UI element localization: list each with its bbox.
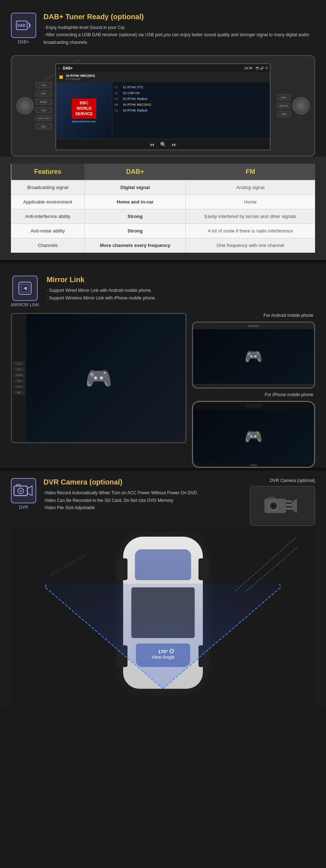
- fm-1: Home: [186, 195, 315, 209]
- dvr-camera-icon: [11, 478, 36, 503]
- android-bottom: [193, 384, 314, 387]
- fm-3: A lot of nosie if there is radio interfe…: [186, 224, 315, 238]
- ch-01: 0131 RTHK PTC: [114, 84, 268, 90]
- mirror-visual-area: 🎮 VOL SRC BAND EQ GPS MIC For Android mo…: [11, 313, 315, 468]
- table-row: Anti-interfernce ability Strong Easily i…: [11, 209, 315, 224]
- iphone-notch: [244, 404, 263, 408]
- mirror-feature-text: Mirror Link · Support Wired Mirror Link …: [47, 276, 315, 302]
- feature-2: Anti-interfernce ability: [11, 209, 85, 224]
- mirror-car-screen-wrap: 🎮 VOL SRC BAND EQ GPS MIC: [11, 313, 187, 468]
- setup-btn[interactable]: SETUP: [277, 103, 291, 109]
- band-btn[interactable]: BAND: [35, 99, 52, 105]
- front-windshield: [135, 549, 191, 580]
- car-unit-area: www.witson.com www.witson.com VOL SRC BA…: [11, 51, 315, 156]
- screen-main-content: BBC WORLD SERVICE bbcworldservice.com 01…: [56, 82, 270, 139]
- prev-btn-icon[interactable]: ⏮: [150, 142, 155, 147]
- station-name: 34 RTHK BBC(WS): [66, 74, 95, 77]
- band-overlay[interactable]: BAND: [13, 373, 25, 377]
- iphone-game-icon: 🎮: [244, 428, 263, 445]
- dab-feature-text: DAB+ Tuner Ready (optional) · Enjoy Audi…: [43, 13, 315, 46]
- dim-btn[interactable]: DIM: [277, 111, 291, 117]
- wheel-fr: [198, 558, 209, 580]
- iphone-screen: 🎮: [193, 410, 314, 463]
- dab-bullet1: · Enjoy Audiophile-level Sound in your C…: [43, 24, 315, 31]
- src-btn[interactable]: SRC: [35, 91, 52, 97]
- eq-overlay[interactable]: EQ: [13, 379, 25, 383]
- dvr-bullet3: ·Video File Size Adjustable: [43, 504, 198, 511]
- car-unit-screen: ⌂ DAB+ 14:35 📷 🔊 ⚙ 📶 34 RTHK BBC(WS) PTY…: [55, 63, 271, 150]
- th-features: Features: [11, 164, 85, 180]
- svg-rect-13: [286, 504, 292, 506]
- dvr-icon-wrap: DVR: [11, 478, 36, 510]
- comparison-table: Features DAB+ FM Broadcasting signal Dig…: [11, 164, 315, 253]
- table-row: Applicable environment Home and in-car H…: [11, 195, 315, 209]
- dab-1: Home and in-car: [84, 195, 186, 209]
- view-angle-degrees: 170°: [151, 649, 175, 654]
- feature-4: Channels: [11, 238, 85, 253]
- bbc-area: BBC WORLD SERVICE bbcworldservice.com: [56, 82, 112, 139]
- src-overlay[interactable]: SRC: [13, 367, 25, 372]
- gps-btn[interactable]: GPS CARD: [35, 116, 52, 121]
- search-icon[interactable]: 🔍: [160, 142, 166, 147]
- dvr-camera-optional-label: DVR Camera (optional): [270, 478, 315, 483]
- dark-scene: 🎮: [12, 314, 185, 442]
- android-screen: 🎮: [193, 329, 314, 384]
- iphone-notch-area: [193, 402, 314, 410]
- car-top-view: www.witson.com www.witson.com: [11, 526, 315, 707]
- feature-3: Anti-noise ability: [11, 224, 85, 238]
- mirror-title: Mirror Link: [47, 276, 315, 284]
- fm-2: Easily interfered by terrain and other s…: [186, 209, 315, 224]
- channel-list: 0131 RTHK PTC 0232 CNR HK 0333 RTHK Radi…: [114, 84, 268, 113]
- dvr-header: DVR DVR Camera (optional) ·Video Record …: [11, 478, 198, 511]
- status-bar: HORSHAM:Min.16°C.Max.39°C FINE: [56, 150, 270, 150]
- divider-1: [0, 260, 326, 263]
- mirror-icon-wrap: MIRROR LINK: [11, 276, 39, 307]
- mic-btn[interactable]: MIC: [35, 123, 52, 130]
- dvr-top-row: DVR DVR Camera (optional) ·Video Record …: [11, 478, 315, 526]
- ch-04-active: 0434 RTHK BBC(WS): [114, 102, 268, 108]
- svg-line-18: [235, 537, 297, 591]
- android-speaker: [248, 325, 259, 327]
- th-dab: DAB+: [84, 164, 186, 180]
- dab-2: Strong: [84, 209, 186, 224]
- fm-0: Analog signal: [186, 180, 315, 195]
- ch-02: 0232 CNR HK: [114, 90, 268, 96]
- right-knob[interactable]: [292, 97, 310, 114]
- mirror-icon-label: MIRROR LINK: [11, 302, 39, 307]
- gps-overlay[interactable]: GPS: [13, 385, 25, 389]
- svg-rect-15: [268, 497, 275, 499]
- mirror-header: MIRROR LINK Mirror Link · Support Wired …: [11, 270, 315, 313]
- view-angle-label: 170° View Angle: [151, 649, 175, 660]
- screen-time: 14:35: [244, 66, 252, 70]
- dab-icon-label: DAB+: [18, 39, 29, 45]
- view-angle-text: View Angle: [151, 654, 175, 660]
- next-btn-icon[interactable]: ⏭: [172, 142, 177, 147]
- side-buttons-right: NAVI SETUP DIM: [277, 95, 291, 117]
- dvr-camera-svg: [261, 491, 304, 520]
- fm-4: One frequency with one channel: [186, 238, 315, 253]
- android-phone: 🎮: [192, 322, 315, 389]
- mic-overlay[interactable]: MIC: [13, 390, 25, 395]
- car-unit-mockup: www.witson.com www.witson.com VOL SRC BA…: [11, 55, 315, 156]
- divider-2: [0, 468, 326, 471]
- soldier-bg: 🎮: [12, 314, 185, 442]
- screen-control-bar: ⏮ 🔍 ⏭: [56, 139, 270, 150]
- navi-btn[interactable]: NAVI: [277, 95, 291, 101]
- iphone-home-indicator: [250, 464, 257, 466]
- svg-point-6: [20, 490, 22, 492]
- ch-05: 0535 RTHK Radio5: [114, 108, 268, 113]
- vol-overlay[interactable]: VOL: [13, 361, 25, 366]
- feature-1: Applicable environment: [11, 195, 85, 209]
- dab-0: Digital signal: [84, 180, 186, 195]
- dab-title: DAB+ Tuner Ready (optional): [43, 13, 315, 21]
- svg-rect-7: [16, 485, 20, 486]
- vol-btn[interactable]: VOL: [35, 82, 52, 88]
- bbc-logo: BBC WORLD SERVICE: [72, 98, 96, 119]
- eq-btn[interactable]: EQ: [35, 107, 52, 113]
- screen-dab-title: DAB+: [63, 66, 73, 70]
- dab-bullet2: · After connecting a USB DAB receiver (o…: [43, 31, 315, 46]
- left-knob[interactable]: [16, 97, 34, 114]
- ch-03: 0333 RTHK Radio3: [114, 96, 268, 102]
- dab-header: DAB DAB+ DAB+ Tuner Ready (optional) · E…: [11, 7, 315, 51]
- comparison-section: Features DAB+ FM Broadcasting signal Dig…: [0, 156, 326, 260]
